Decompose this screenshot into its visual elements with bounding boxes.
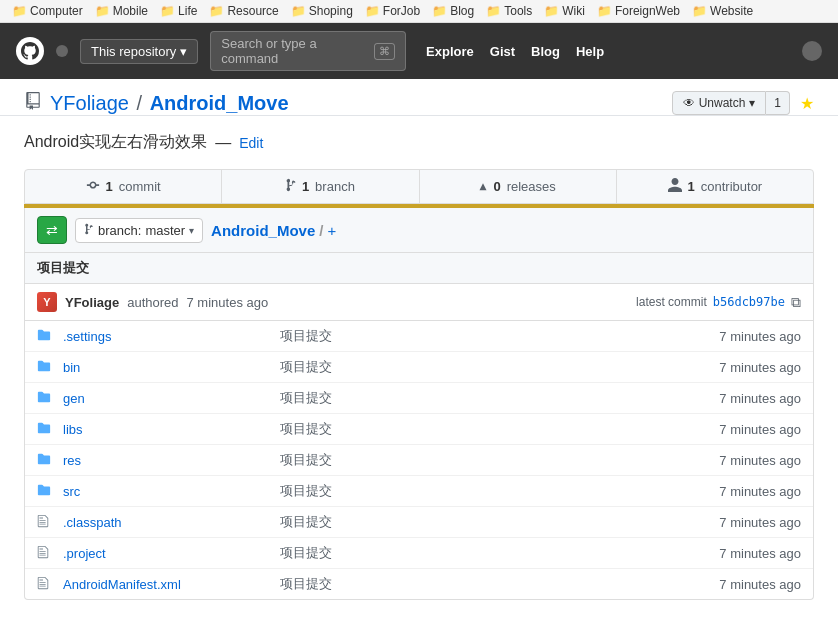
file-name[interactable]: .classpath	[63, 515, 268, 530]
branch-selector-label: branch:	[98, 223, 141, 238]
global-search[interactable]: Search or type a command ⌘	[210, 31, 406, 71]
folder-icon: 📁	[12, 4, 27, 18]
folder-icon: 📁	[95, 4, 110, 18]
star-button[interactable]: ★	[800, 94, 814, 113]
contributor-stat[interactable]: 1 contributor	[617, 170, 813, 203]
branch-count: 1	[302, 179, 309, 194]
bookmark-item-computer[interactable]: 📁 Computer	[8, 3, 87, 19]
file-type-icon	[37, 390, 57, 407]
nav-explore[interactable]: Explore	[426, 44, 474, 59]
nav-blog[interactable]: Blog	[531, 44, 560, 59]
eye-icon: 👁	[683, 96, 695, 110]
commit-stat[interactable]: 1 commit	[25, 170, 222, 203]
bookmark-label: Resource	[227, 4, 278, 18]
commit-author-avatar: Y	[37, 292, 57, 312]
page-content: Android实现左右滑动效果 — Edit 1 commit 1 branch	[0, 116, 838, 616]
folder-icon: 📁	[291, 4, 306, 18]
file-time: 7 minutes ago	[701, 422, 801, 437]
table-row: res 项目提交 7 minutes ago	[25, 445, 813, 476]
file-name[interactable]: gen	[63, 391, 268, 406]
table-row: libs 项目提交 7 minutes ago	[25, 414, 813, 445]
file-name[interactable]: .project	[63, 546, 268, 561]
star-icon: ★	[800, 94, 814, 113]
commit-info: Y YFoliage authored 7 minutes ago latest…	[25, 284, 813, 321]
bookmark-label: Life	[178, 4, 197, 18]
file-message: 项目提交	[268, 544, 701, 562]
user-avatar[interactable]	[802, 41, 822, 61]
table-row: .classpath 项目提交 7 minutes ago	[25, 507, 813, 538]
repo-title: YFoliage / Android_Move	[24, 92, 289, 115]
commit-author[interactable]: YFoliage	[65, 295, 119, 310]
file-message: 项目提交	[268, 451, 701, 469]
bookmark-label: Website	[710, 4, 753, 18]
folder-icon: 📁	[432, 4, 447, 18]
commit-label: commit	[119, 179, 161, 194]
commit-hash[interactable]: b56dcb97be	[713, 295, 785, 309]
copy-icon[interactable]: ⧉	[791, 294, 801, 311]
bookmarks-bar: 📁 Computer 📁 Mobile 📁 Life 📁 Resource 📁 …	[0, 0, 838, 23]
unwatch-button[interactable]: 👁 Unwatch ▾	[672, 91, 767, 115]
bookmark-label: Mobile	[113, 4, 148, 18]
branch-icon	[286, 178, 296, 195]
bookmark-label: Blog	[450, 4, 474, 18]
file-browser-path: Android_Move / +	[211, 222, 336, 239]
nav-links: Explore Gist Blog Help	[426, 44, 604, 59]
commit-action: authored	[127, 295, 178, 310]
contributor-label: contributor	[701, 179, 762, 194]
file-name[interactable]: libs	[63, 422, 268, 437]
watch-count: 1	[766, 91, 790, 115]
file-browser: ⇄ branch: master ▾ Android_Move / + 项目提交	[24, 208, 814, 600]
table-row: src 项目提交 7 minutes ago	[25, 476, 813, 507]
bookmark-label: ForeignWeb	[615, 4, 680, 18]
branch-label: branch	[315, 179, 355, 194]
bookmark-item-mobile[interactable]: 📁 Mobile	[91, 3, 152, 19]
repo-description: Android实现左右滑动效果 — Edit	[24, 132, 814, 153]
commit-label: latest commit	[636, 295, 707, 309]
repo-header: YFoliage / Android_Move 👁 Unwatch ▾ 1 ★	[0, 79, 838, 116]
table-row: .project 项目提交 7 minutes ago	[25, 538, 813, 569]
nav-gist[interactable]: Gist	[490, 44, 515, 59]
file-message: 项目提交	[268, 513, 701, 531]
file-name[interactable]: res	[63, 453, 268, 468]
github-header: This repository ▾ Search or type a comma…	[0, 23, 838, 79]
file-name[interactable]: src	[63, 484, 268, 499]
bookmark-item-life[interactable]: 📁 Life	[156, 3, 201, 19]
folder-icon: 📁	[209, 4, 224, 18]
repo-name-link[interactable]: Android_Move	[150, 92, 289, 114]
file-type-icon	[37, 514, 57, 531]
repo-actions: 👁 Unwatch ▾ 1 ★	[672, 91, 814, 115]
table-row: bin 项目提交 7 minutes ago	[25, 352, 813, 383]
file-message: 项目提交	[268, 389, 701, 407]
bookmark-item-website[interactable]: 📁 Website	[688, 3, 757, 19]
branch-selector-name: master	[145, 223, 185, 238]
path-repo-link[interactable]: Android_Move	[211, 222, 315, 239]
path-add-link[interactable]: +	[327, 222, 336, 239]
sync-button[interactable]: ⇄	[37, 216, 67, 244]
bookmark-item-tools[interactable]: 📁 Tools	[482, 3, 536, 19]
nav-help[interactable]: Help	[576, 44, 604, 59]
bookmark-item-wiki[interactable]: 📁 Wiki	[540, 3, 589, 19]
file-name[interactable]: AndroidManifest.xml	[63, 577, 268, 592]
file-message: 项目提交	[268, 358, 701, 376]
branch-stat[interactable]: 1 branch	[222, 170, 419, 203]
this-repository-button[interactable]: This repository ▾	[80, 39, 198, 64]
github-logo[interactable]	[16, 37, 44, 65]
branch-selector[interactable]: branch: master ▾	[75, 218, 203, 243]
folder-header: 项目提交	[25, 253, 813, 284]
bookmark-item-resource[interactable]: 📁 Resource	[205, 3, 282, 19]
edit-link[interactable]: Edit	[239, 135, 263, 151]
file-browser-toolbar: ⇄ branch: master ▾ Android_Move / +	[25, 208, 813, 253]
bookmark-item-foreignweb[interactable]: 📁 ForeignWeb	[593, 3, 684, 19]
folder-icon: 📁	[544, 4, 559, 18]
releases-stat[interactable]: 0 releases	[420, 170, 617, 203]
bookmark-item-forjob[interactable]: 📁 ForJob	[361, 3, 424, 19]
bookmark-label: Tools	[504, 4, 532, 18]
file-time: 7 minutes ago	[701, 391, 801, 406]
file-time: 7 minutes ago	[701, 577, 801, 592]
bookmark-item-blog[interactable]: 📁 Blog	[428, 3, 478, 19]
file-name[interactable]: .settings	[63, 329, 268, 344]
repo-icon	[24, 92, 42, 115]
file-name[interactable]: bin	[63, 360, 268, 375]
bookmark-item-shoping[interactable]: 📁 Shoping	[287, 3, 357, 19]
file-time: 7 minutes ago	[701, 329, 801, 344]
